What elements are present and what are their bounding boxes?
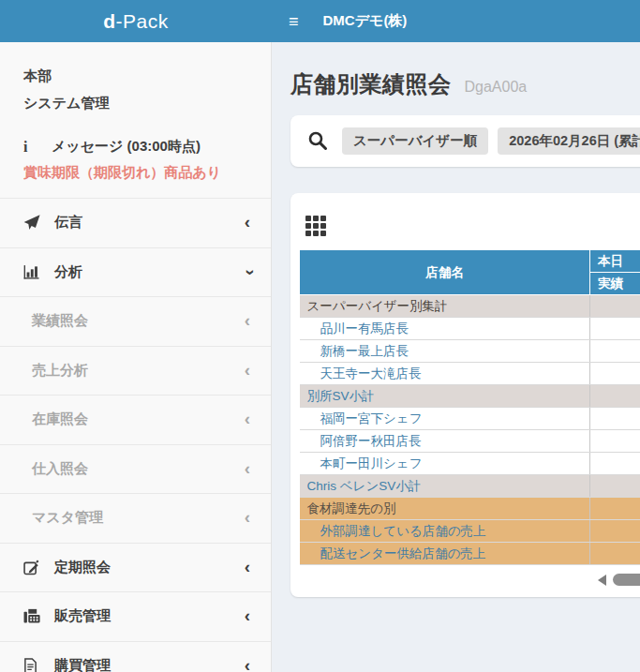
sort-order-badge[interactable]: スーパーバイザー順 (342, 127, 488, 155)
sidebar-item-3[interactable]: 売上分析‹ (0, 347, 271, 396)
col-header-today: 本日 (590, 250, 640, 273)
table-row: 外部調達している店舗の売上 (300, 520, 640, 543)
chevron-left-icon: ‹ (245, 213, 250, 231)
value-cell (590, 408, 640, 430)
performance-table: 店舗名 本日 実績 スーパーバイザー別集計品川ー有馬店長新橋ー最上店長天王寺ー大… (299, 249, 640, 565)
sidebar-item-label: 売上分析 (32, 362, 88, 380)
store-name-cell[interactable]: 外部調達している店舗の売上 (300, 520, 590, 543)
page-head: 店舗別業績照会 DgaA00a (290, 69, 640, 99)
horizontal-scrollbar (598, 574, 640, 586)
fax-icon (23, 608, 42, 624)
store-name-cell[interactable]: 本町ー田川シェフ (300, 453, 590, 475)
sidebar-item-label: 仕入照会 (32, 460, 88, 478)
store-name-cell: スーパーバイザー別集計 (300, 295, 590, 318)
table-row: 品川ー有馬店長 (300, 318, 640, 340)
table-row: 食材調達先の別 (300, 498, 640, 520)
chevron-left-icon: ‹ (245, 311, 250, 329)
filter-toolbar: スーパーバイザー順 2026年02月26日 (累計202 (290, 115, 640, 167)
sidebar-item-label: マスタ管理 (32, 509, 103, 527)
table-row: 本町ー田川シェフ (300, 453, 640, 475)
top-header: d-Pack ≡ DMCデモ(株) (0, 0, 640, 42)
value-cell (590, 453, 640, 475)
message-header: i メッセージ (03:00時点) (0, 135, 271, 158)
scroll-left-arrow-icon[interactable] (598, 575, 606, 586)
store-name-cell[interactable]: 配送センター供給店舗の売上 (300, 543, 590, 565)
sidebar-item-label: 販売管理 (54, 607, 111, 625)
chevron-left-icon: ‹ (245, 508, 250, 526)
col-header-store-name[interactable]: 店舗名 (300, 250, 590, 295)
sidebar-item-label: 在庫照会 (32, 411, 88, 428)
sidebar-link-system-admin[interactable]: システム管理 (0, 90, 271, 117)
sidebar-item-6[interactable]: マスタ管理‹ (0, 494, 271, 544)
table-row: 配送センター供給店舗の売上 (300, 543, 640, 565)
sidebar: 本部 システム管理 i メッセージ (03:00時点) 賞味期限（期限切れ）商品… (0, 42, 272, 672)
table-row: 阿倍野ー秋田店長 (300, 430, 640, 453)
value-cell (590, 543, 640, 565)
value-cell (590, 363, 640, 385)
sidebar-item-0[interactable]: 伝言‹ (0, 199, 271, 248)
table-row: Chris ベレンSV小計 (300, 475, 640, 498)
value-cell (590, 520, 640, 543)
chevron-down-icon: ‹ (238, 269, 256, 275)
chevron-left-icon: ‹ (245, 410, 250, 427)
paper-plane-icon (23, 215, 42, 231)
table-row: 別所SV小計 (300, 385, 640, 408)
sidebar-item-label: 業績照会 (32, 312, 88, 330)
sidebar-item-label: 購買管理 (54, 657, 111, 672)
scrollbar-thumb[interactable] (613, 574, 640, 586)
edit-icon (23, 560, 42, 575)
table-row: 新橋ー最上店長 (300, 340, 640, 363)
sidebar-item-label: 定期照会 (54, 559, 111, 576)
store-name-cell[interactable]: 天王寺ー大滝店長 (300, 363, 590, 385)
chevron-left-icon: ‹ (245, 606, 250, 624)
sidebar-link-headquarters[interactable]: 本部 (0, 63, 271, 90)
sidebar-menu: 伝言‹分析‹業績照会‹売上分析‹在庫照会‹仕入照会‹マスタ管理‹定期照会‹販売管… (0, 198, 271, 672)
chevron-left-icon: ‹ (245, 361, 250, 379)
chevron-left-icon: ‹ (245, 558, 250, 575)
table-row: 福岡ー宮下シェフ (300, 408, 640, 430)
store-name-cell[interactable]: 福岡ー宮下シェフ (300, 408, 590, 430)
top-navbar: ≡ DMCデモ(株) (272, 0, 640, 42)
bar-chart-icon (23, 264, 42, 280)
logo-bold: d (103, 10, 115, 32)
sidebar-item-4[interactable]: 在庫照会‹ (0, 396, 271, 445)
page-title: 店舗別業績照会 (290, 69, 452, 99)
sidebar-item-7[interactable]: 定期照会‹ (0, 544, 271, 593)
info-icon: i (23, 139, 52, 156)
value-cell (590, 340, 640, 363)
value-cell (590, 318, 640, 340)
chevron-left-icon: ‹ (245, 656, 250, 672)
col-header-actual[interactable]: 実績 (590, 273, 640, 295)
store-name-cell[interactable]: 別所SV小計 (300, 385, 590, 408)
sidebar-item-5[interactable]: 仕入照会‹ (0, 445, 271, 495)
table-row: スーパーバイザー別集計 (300, 295, 640, 318)
value-cell (590, 430, 640, 453)
store-name-cell[interactable]: 阿倍野ー秋田店長 (300, 430, 590, 453)
store-name-cell[interactable]: 新橋ー最上店長 (300, 340, 590, 363)
sidebar-item-2[interactable]: 業績照会‹ (0, 297, 271, 347)
company-name: DMCデモ(株) (323, 12, 408, 30)
date-range-badge[interactable]: 2026年02月26日 (累計202 (498, 127, 640, 155)
value-cell (590, 498, 640, 520)
logo-rest: -Pack (116, 10, 169, 32)
sidebar-item-label: 分析 (54, 263, 82, 281)
store-name-cell[interactable]: 品川ー有馬店長 (300, 318, 590, 340)
hamburger-menu-icon[interactable]: ≡ (289, 13, 299, 30)
app-logo[interactable]: d-Pack (0, 0, 272, 42)
grid-icon[interactable] (305, 216, 326, 236)
page-code: DgaA00a (465, 79, 528, 96)
sidebar-item-8[interactable]: 販売管理‹ (0, 592, 271, 642)
main-content: 店舗別業績照会 DgaA00a スーパーバイザー順 2026年02月26日 (累… (272, 42, 640, 672)
search-icon[interactable] (307, 130, 329, 152)
sidebar-item-1[interactable]: 分析‹ (0, 248, 271, 298)
file-icon (23, 658, 42, 672)
sidebar-item-9[interactable]: 購買管理‹ (0, 642, 271, 672)
expiry-alert-link[interactable]: 賞味期限（期限切れ）商品あり (0, 158, 271, 182)
org-links: 本部 システム管理 (0, 42, 271, 117)
results-card: 店舗名 本日 実績 スーパーバイザー別集計品川ー有馬店長新橋ー最上店長天王寺ー大… (290, 193, 640, 597)
value-cell (590, 295, 640, 318)
value-cell (590, 475, 640, 498)
value-cell (590, 385, 640, 408)
store-name-cell[interactable]: Chris ベレンSV小計 (300, 475, 590, 498)
message-title: メッセージ (03:00時点) (52, 138, 201, 156)
